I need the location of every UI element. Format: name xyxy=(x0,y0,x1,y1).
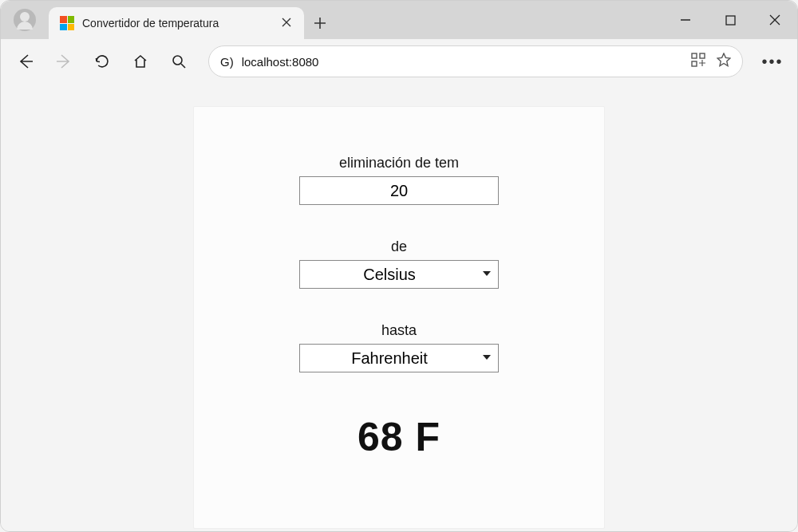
address-bar[interactable]: G) localhost:8080 xyxy=(208,45,743,77)
tab-close-button[interactable] xyxy=(277,16,296,30)
address-prefix: G) xyxy=(220,55,234,69)
search-button[interactable] xyxy=(162,45,196,78)
result-display: 68 F xyxy=(358,414,440,460)
favorite-icon[interactable] xyxy=(717,53,731,70)
window-titlebar: Convertidor de temperatura xyxy=(1,1,797,39)
tab-title: Convertidor de temperatura xyxy=(82,17,269,30)
from-unit-select[interactable]: Celsius xyxy=(299,260,499,289)
temperature-label: eliminación de tem xyxy=(339,155,459,171)
profile-button[interactable] xyxy=(1,1,49,39)
window-controls xyxy=(663,1,797,39)
browser-toolbar: G) localhost:8080 ••• xyxy=(1,39,797,84)
to-unit-select[interactable]: Fahrenheit xyxy=(299,344,499,372)
page-viewport: eliminación de tem de Celsius hasta Fahr… xyxy=(1,84,797,531)
temperature-input[interactable] xyxy=(299,176,499,205)
address-url: localhost:8080 xyxy=(242,55,683,69)
from-label: de xyxy=(391,238,407,255)
svg-point-1 xyxy=(173,56,182,65)
to-label: hasta xyxy=(381,322,417,339)
browser-tab[interactable]: Convertidor de temperatura xyxy=(49,7,304,39)
favicon-microsoft-icon xyxy=(60,16,74,30)
home-button[interactable] xyxy=(124,45,157,78)
close-window-button[interactable] xyxy=(753,1,797,39)
address-bar-actions xyxy=(691,53,731,70)
back-button[interactable] xyxy=(9,45,42,78)
avatar-icon xyxy=(14,9,36,31)
forward-button[interactable] xyxy=(47,45,81,78)
maximize-button[interactable] xyxy=(708,1,753,39)
from-unit-field: de Celsius xyxy=(299,238,499,289)
svg-rect-4 xyxy=(692,61,697,66)
minimize-button[interactable] xyxy=(663,1,708,39)
refresh-button[interactable] xyxy=(85,45,119,78)
more-menu-button[interactable]: ••• xyxy=(756,45,789,78)
svg-rect-3 xyxy=(700,53,705,58)
apps-icon[interactable] xyxy=(691,53,705,70)
svg-rect-2 xyxy=(692,53,697,58)
svg-rect-0 xyxy=(726,16,735,25)
temperature-field: eliminación de tem xyxy=(299,155,499,205)
converter-card: eliminación de tem de Celsius hasta Fahr… xyxy=(193,106,605,529)
new-tab-button[interactable] xyxy=(304,7,336,39)
to-unit-field: hasta Fahrenheit xyxy=(299,322,499,372)
